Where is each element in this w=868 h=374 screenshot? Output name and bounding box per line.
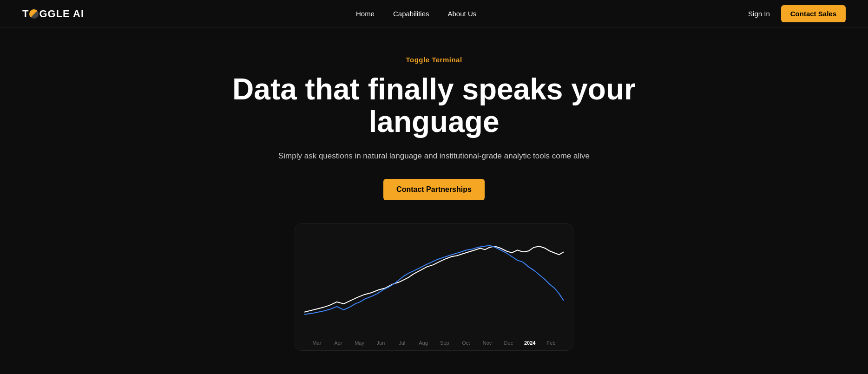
hero-cta-button[interactable]: Contact Partnerships: [383, 179, 485, 200]
chart-label-sep: Sep: [434, 340, 455, 346]
chart-label-feb: Feb: [540, 340, 562, 346]
chart-label-may: May: [349, 340, 370, 346]
logo: TGGLE AI: [22, 8, 84, 20]
chart-label-jul: Jul: [391, 340, 413, 346]
logo-icon: [29, 9, 39, 19]
chart-label-mar: Mar: [306, 340, 328, 346]
chart-x-labels: Mar Apr May Jun Jul Aug Sep Oct Nov Dec …: [304, 337, 564, 346]
chart-label-aug: Aug: [413, 340, 434, 346]
chart-svg: [304, 233, 564, 335]
nav-link-home[interactable]: Home: [356, 10, 375, 18]
logo-text: TGGLE AI: [22, 8, 84, 20]
chart-label-nov: Nov: [477, 340, 498, 346]
chart-label-oct: Oct: [455, 340, 477, 346]
hero-subtitle: Toggle Terminal: [406, 56, 462, 64]
hero-section: Toggle Terminal Data that finally speaks…: [0, 28, 868, 351]
contact-sales-button[interactable]: Contact Sales: [781, 5, 846, 22]
nav-link-about-us[interactable]: About Us: [448, 10, 477, 18]
nav-item-capabilities[interactable]: Capabilities: [393, 10, 429, 18]
hero-title: Data that finally speaks your language: [225, 73, 643, 138]
nav-item-home[interactable]: Home: [356, 10, 375, 18]
chart-label-2024: 2024: [519, 340, 540, 346]
chart-container: Mar Apr May Jun Jul Aug Sep Oct Nov Dec …: [295, 223, 573, 351]
navbar: TGGLE AI Home Capabilities About Us Sign…: [0, 0, 868, 28]
nav-link-capabilities[interactable]: Capabilities: [393, 10, 429, 18]
white-line: [304, 246, 564, 312]
nav-links: Home Capabilities About Us: [356, 10, 476, 18]
sign-in-button[interactable]: Sign In: [748, 10, 770, 18]
chart-label-dec: Dec: [498, 340, 519, 346]
nav-item-about-us[interactable]: About Us: [448, 10, 477, 18]
nav-actions: Sign In Contact Sales: [748, 5, 846, 22]
chart-label-apr: Apr: [328, 340, 349, 346]
hero-description: Simply ask questions in natural language…: [278, 150, 590, 162]
chart-label-jun: Jun: [370, 340, 391, 346]
